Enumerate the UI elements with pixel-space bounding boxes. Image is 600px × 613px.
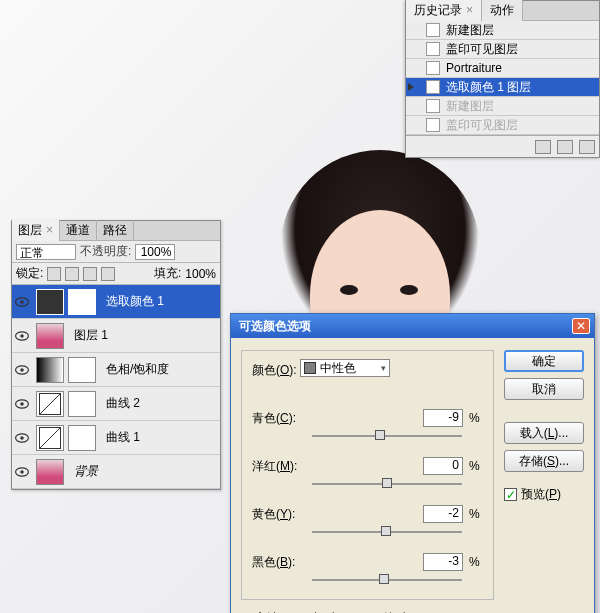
fill-value: 100%: [185, 267, 216, 281]
load-button[interactable]: 载入(L)...: [504, 422, 584, 444]
visibility-toggle[interactable]: [12, 467, 32, 477]
black-slider[interactable]: [312, 573, 462, 587]
check-icon: ✓: [506, 488, 516, 502]
preview-checkbox-row: ✓ 预览(P): [504, 486, 584, 503]
lock-all-icon[interactable]: [101, 267, 115, 281]
history-label: 盖印可见图层: [446, 117, 518, 134]
percent-label: %: [469, 459, 483, 473]
visibility-toggle[interactable]: [12, 297, 32, 307]
colors-label: 颜色(O):: [252, 363, 297, 377]
svg-point-7: [20, 402, 24, 406]
layer-row[interactable]: 曲线 2: [12, 387, 220, 421]
save-button[interactable]: 存储(S)...: [504, 450, 584, 472]
eye-icon: [15, 365, 29, 375]
dialog-fieldset: 颜色(O): 中性色 ▾ 青色(C): -9 % 洋红(M): 0 %: [241, 350, 494, 600]
snapshot-icon[interactable]: [535, 140, 551, 154]
new-doc-icon[interactable]: [557, 140, 573, 154]
layer-name: 图层 1: [68, 327, 220, 344]
layer-row[interactable]: 曲线 1: [12, 421, 220, 455]
chevron-down-icon: ▾: [381, 363, 386, 373]
dialog-title: 可选颜色选项: [239, 318, 572, 335]
stamp-icon: [426, 118, 440, 132]
history-row[interactable]: 选取颜色 1 图层: [406, 78, 599, 97]
trash-icon[interactable]: [579, 140, 595, 154]
tab-layers[interactable]: 图层×: [12, 220, 60, 241]
button-label: 确定: [532, 353, 556, 370]
layers-rows: 选取颜色 1 图层 1 色相/饱和度 曲线 2 曲线 1 背景: [12, 285, 220, 489]
tab-actions[interactable]: 动作: [482, 0, 523, 21]
dialog-titlebar[interactable]: 可选颜色选项 ✕: [231, 314, 594, 338]
eye-icon: [15, 331, 29, 341]
slider-row-yellow: 黄色(Y): -2 %: [252, 505, 483, 523]
dialog-buttons: 确定 取消 载入(L)... 存储(S)... ✓ 预览(P): [504, 350, 584, 600]
close-icon[interactable]: ×: [46, 223, 53, 237]
slider-row-black: 黑色(B): -3 %: [252, 553, 483, 571]
slider-knob[interactable]: [379, 574, 389, 584]
layer-row[interactable]: 选取颜色 1: [12, 285, 220, 319]
visibility-toggle[interactable]: [12, 399, 32, 409]
preview-label: 预览(P): [521, 486, 561, 503]
layer-name: 曲线 1: [100, 429, 220, 446]
yellow-slider[interactable]: [312, 525, 462, 539]
adjustment-thumb: [36, 425, 64, 451]
history-rows: 新建图层 盖印可见图层 Portraiture 选取颜色 1 图层 新建图层 盖…: [406, 21, 599, 135]
adjustment-thumb: [36, 357, 64, 383]
magenta-input[interactable]: 0: [423, 457, 463, 475]
tab-paths[interactable]: 路径: [97, 220, 134, 241]
slider-knob[interactable]: [382, 478, 392, 488]
cancel-button[interactable]: 取消: [504, 378, 584, 400]
slider-knob[interactable]: [381, 526, 391, 536]
yellow-input[interactable]: -2: [423, 505, 463, 523]
eye-icon: [15, 433, 29, 443]
fill-input[interactable]: 100%: [185, 267, 216, 281]
close-icon: ✕: [576, 319, 586, 333]
tab-label: 路径: [103, 223, 127, 237]
blend-mode-select[interactable]: 正常: [16, 244, 76, 260]
history-row[interactable]: Portraiture: [406, 59, 599, 78]
ok-button[interactable]: 确定: [504, 350, 584, 372]
history-footer: [406, 135, 599, 157]
opacity-value: 100%: [141, 245, 172, 259]
layer-row[interactable]: 色相/饱和度: [12, 353, 220, 387]
cyan-label: 青色(C):: [252, 410, 312, 427]
lock-paint-icon[interactable]: [65, 267, 79, 281]
layer-thumb: [36, 323, 64, 349]
stamp-icon: [426, 42, 440, 56]
filter-icon: [426, 61, 440, 75]
close-button[interactable]: ✕: [572, 318, 590, 334]
layer-icon: [426, 80, 440, 94]
black-input[interactable]: -3: [423, 553, 463, 571]
colors-value: 中性色: [320, 360, 356, 377]
layer-row[interactable]: 背景: [12, 455, 220, 489]
percent-label: %: [469, 411, 483, 425]
slider-row-magenta: 洋红(M): 0 %: [252, 457, 483, 475]
adjustment-thumb: [36, 391, 64, 417]
history-row[interactable]: 盖印可见图层: [406, 40, 599, 59]
yellow-label: 黄色(Y):: [252, 506, 312, 523]
visibility-toggle[interactable]: [12, 331, 32, 341]
cyan-input[interactable]: -9: [423, 409, 463, 427]
eye-icon: [15, 467, 29, 477]
tab-label: 动作: [490, 3, 514, 17]
cyan-slider[interactable]: [312, 429, 462, 443]
slider-knob[interactable]: [375, 430, 385, 440]
percent-label: %: [469, 507, 483, 521]
visibility-toggle[interactable]: [12, 365, 32, 375]
tab-history[interactable]: 历史记录×: [406, 0, 482, 21]
history-row[interactable]: 盖印可见图层: [406, 116, 599, 135]
layer-icon: [426, 23, 440, 37]
preview-checkbox[interactable]: ✓: [504, 488, 517, 501]
lock-trans-icon[interactable]: [47, 267, 61, 281]
close-icon[interactable]: ×: [466, 3, 473, 17]
history-row[interactable]: 新建图层: [406, 21, 599, 40]
tab-channels[interactable]: 通道: [60, 220, 97, 241]
history-row[interactable]: 新建图层: [406, 97, 599, 116]
visibility-toggle[interactable]: [12, 433, 32, 443]
lock-move-icon[interactable]: [83, 267, 97, 281]
colors-select[interactable]: 中性色 ▾: [300, 359, 390, 377]
magenta-slider[interactable]: [312, 477, 462, 491]
layer-row[interactable]: 图层 1: [12, 319, 220, 353]
magenta-value: 0: [452, 458, 459, 472]
opacity-input[interactable]: 100%: [135, 244, 175, 260]
selective-color-dialog: 可选颜色选项 ✕ 颜色(O): 中性色 ▾ 青色(C): -9 % 洋红: [230, 313, 595, 613]
